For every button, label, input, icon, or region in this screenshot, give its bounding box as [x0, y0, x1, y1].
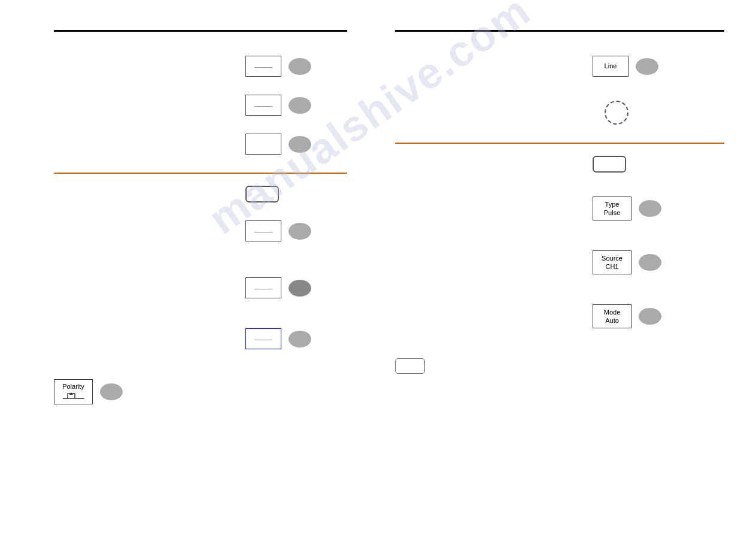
polarity-button[interactable]: Polarity	[54, 379, 93, 404]
ch1-label: CH1	[605, 262, 618, 271]
left-btn-3[interactable]	[245, 134, 281, 155]
pulse-label: Pulse	[604, 208, 621, 217]
right-row-2	[395, 95, 724, 125]
right-orange-divider	[395, 143, 724, 144]
mode-auto-button[interactable]: Mode Auto	[593, 304, 631, 328]
left-rect-btn-1[interactable]	[245, 186, 279, 202]
right-panel: Line Type Pulse Source CH	[395, 30, 724, 521]
source-ch1-button[interactable]: Source CH1	[593, 250, 631, 274]
right-top-border	[395, 30, 724, 32]
knob-control[interactable]	[605, 101, 629, 125]
left-top-border	[54, 30, 347, 32]
left-row-8: Polarity	[54, 367, 347, 404]
right-row-7	[395, 346, 724, 374]
left-row-7	[54, 316, 347, 349]
polarity-oval[interactable]	[100, 383, 123, 400]
left-oval-4[interactable]	[289, 223, 311, 240]
right-row-1: Line	[395, 56, 724, 77]
right-rect-btn-1[interactable]	[593, 156, 626, 173]
right-row-4: Type Pulse	[395, 191, 724, 220]
line-label: Line	[605, 62, 617, 70]
left-panel: Polarity	[54, 30, 347, 521]
right-row-3	[395, 156, 724, 173]
right-oval-3[interactable]	[639, 254, 661, 271]
right-small-rect-btn[interactable]	[395, 358, 425, 374]
polarity-icon	[62, 391, 86, 401]
left-row-4	[54, 186, 347, 202]
left-btn-2[interactable]	[245, 95, 281, 116]
left-oval-5[interactable]	[289, 280, 311, 297]
polarity-label: Polarity	[62, 383, 84, 390]
left-btn-6[interactable]	[245, 328, 281, 349]
right-row-5: Source CH1	[395, 238, 724, 274]
mode-label: Mode	[604, 308, 621, 316]
left-btn-1[interactable]	[245, 56, 281, 77]
right-oval-4[interactable]	[639, 308, 661, 325]
type-pulse-button[interactable]: Type Pulse	[593, 197, 631, 220]
left-row-3	[54, 134, 347, 155]
type-label: Type	[605, 200, 620, 208]
right-oval-1[interactable]	[636, 58, 658, 75]
left-row-6	[54, 259, 347, 298]
left-oval-1[interactable]	[289, 58, 311, 75]
left-btn-4[interactable]	[245, 220, 281, 241]
left-orange-divider	[54, 173, 347, 174]
source-label: Source	[602, 254, 623, 262]
left-btn-5[interactable]	[245, 277, 281, 298]
left-oval-6[interactable]	[289, 331, 311, 347]
left-row-1	[54, 56, 347, 77]
right-oval-2[interactable]	[639, 200, 661, 217]
left-row-2	[54, 95, 347, 116]
line-button[interactable]: Line	[593, 56, 629, 77]
left-oval-3[interactable]	[289, 136, 311, 153]
auto-label: Auto	[605, 316, 619, 325]
left-oval-2[interactable]	[289, 97, 311, 114]
left-row-5	[54, 220, 347, 241]
right-row-6: Mode Auto	[395, 292, 724, 328]
